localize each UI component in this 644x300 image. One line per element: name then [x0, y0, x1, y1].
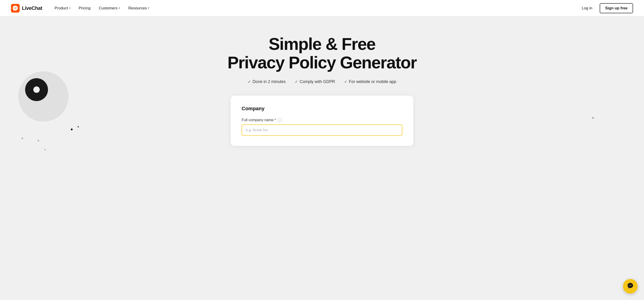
feature-item-1: ✓ Done in 2 minutes [248, 79, 286, 84]
livechat-logo-icon [11, 4, 20, 13]
login-button[interactable]: Log in [578, 4, 596, 12]
signup-button[interactable]: Sign up free [600, 3, 633, 13]
feature-text-2: Comply with GDPR [300, 79, 335, 84]
nav-resources[interactable]: Resources ▾ [125, 4, 152, 12]
company-name-input[interactable] [242, 124, 402, 136]
chat-widget-icon [627, 282, 634, 291]
nav-resources-label: Resources [128, 6, 147, 11]
nav-pricing[interactable]: Pricing [76, 4, 94, 12]
hero-features: ✓ Done in 2 minutes ✓ Comply with GDPR ✓… [248, 79, 396, 84]
deco-circle-inner [25, 78, 48, 101]
hero-title-line2: Privacy Policy Generator [228, 53, 416, 72]
deco-dot-2 [78, 126, 79, 127]
deco-dot-5 [44, 149, 46, 150]
svg-point-2 [15, 8, 16, 9]
chevron-down-icon: ▾ [69, 7, 70, 10]
svg-point-1 [14, 8, 15, 9]
deco-circle-dot [33, 86, 40, 93]
feature-text-3: For website or mobile app [349, 79, 396, 84]
nav-pricing-label: Pricing [79, 6, 91, 11]
company-name-label: Full company name * i [242, 118, 402, 122]
info-icon[interactable]: i [278, 118, 282, 122]
check-icon-1: ✓ [248, 80, 251, 84]
nav-product[interactable]: Product ▾ [52, 4, 74, 12]
hero-title: Simple & Free Privacy Policy Generator [228, 35, 416, 72]
check-icon-2: ✓ [295, 80, 298, 84]
form-card: Company Full company name * i [231, 96, 413, 146]
logo-link[interactable]: LiveChat [11, 4, 42, 13]
company-name-label-text: Full company name * [242, 118, 276, 122]
deco-dot-right [592, 117, 594, 119]
hero-section: Simple & Free Privacy Policy Generator ✓… [0, 17, 644, 300]
form-section-title: Company [242, 106, 402, 112]
chat-widget[interactable] [623, 279, 638, 293]
nav-product-label: Product [54, 6, 68, 11]
svg-point-4 [629, 285, 630, 285]
navbar-right: Log in Sign up free [578, 3, 633, 13]
navbar: LiveChat Product ▾ Pricing Customers ▾ R… [0, 0, 644, 17]
svg-point-6 [631, 285, 632, 285]
brand-name: LiveChat [22, 5, 42, 11]
chevron-down-icon-resources: ▾ [148, 7, 149, 10]
svg-point-3 [16, 8, 17, 9]
feature-item-3: ✓ For website or mobile app [344, 79, 396, 84]
svg-point-5 [630, 285, 631, 285]
nav-links: Product ▾ Pricing Customers ▾ Resources … [52, 4, 152, 12]
nav-customers[interactable]: Customers ▾ [96, 4, 123, 12]
feature-text-1: Done in 2 minutes [252, 79, 286, 84]
navbar-left: LiveChat Product ▾ Pricing Customers ▾ R… [11, 4, 152, 13]
chevron-down-icon-customers: ▾ [119, 7, 120, 10]
nav-customers-label: Customers [99, 6, 118, 11]
hero-title-line1: Simple & Free [268, 35, 376, 54]
deco-dot-3 [22, 138, 23, 139]
check-icon-3: ✓ [344, 80, 347, 84]
deco-dot-4 [38, 140, 39, 141]
feature-item-2: ✓ Comply with GDPR [295, 79, 335, 84]
deco-dot-1 [71, 128, 72, 130]
